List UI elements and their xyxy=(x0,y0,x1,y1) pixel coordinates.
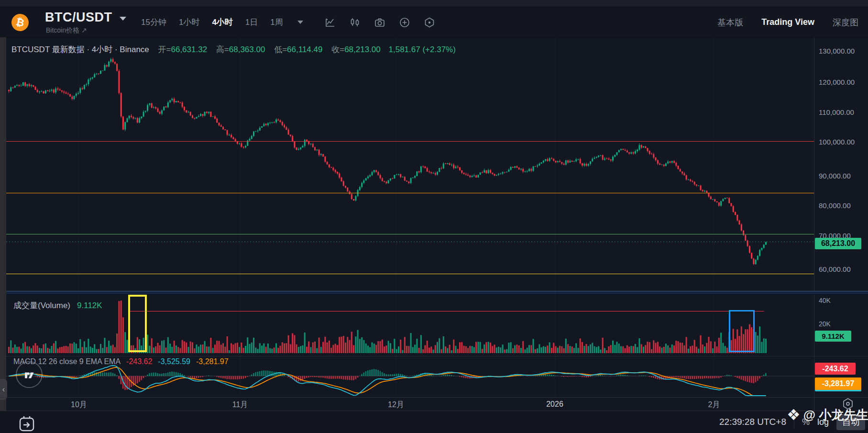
chart-toolbar xyxy=(324,7,435,37)
clock-time[interactable]: 22:39:28 UTC+8 xyxy=(719,417,786,427)
header-bar: ₿ BTC/USDT Bitcoin价格 ↗ 15分钟1小时4小时1日1周 基本… xyxy=(0,7,868,38)
macd-value: -243.62 xyxy=(126,357,152,366)
view-link-Trading View[interactable]: Trading View xyxy=(761,17,814,27)
go-to-date-icon[interactable] xyxy=(18,415,35,432)
horizontal-price-line[interactable] xyxy=(6,141,814,142)
time-axis-label: 2月 xyxy=(708,400,720,410)
price-axis-label: 80,000.00 xyxy=(819,201,851,210)
timeframe-1小时[interactable]: 1小时 xyxy=(179,17,199,28)
bottom-bar-divider xyxy=(794,416,794,428)
timeframe-15分钟[interactable]: 15分钟 xyxy=(141,17,166,28)
axis-settings-hexagon-icon[interactable] xyxy=(839,398,857,410)
macd-value: -3,281.97 xyxy=(196,357,229,366)
close-value: 68,213.00 xyxy=(344,45,381,54)
low-value: 66,114.49 xyxy=(287,45,322,54)
time-axis-label: 11月 xyxy=(232,400,248,410)
macd-label-text: MACD 12 26 close 9 EMA EMA xyxy=(13,357,121,366)
symbol-dropdown-caret-icon[interactable] xyxy=(120,17,126,21)
hexagon-target-icon[interactable] xyxy=(424,17,435,28)
change-value: 1,581.67 (+2.37%) xyxy=(389,45,456,54)
volume-resistance-line[interactable] xyxy=(130,311,764,311)
volume-pane[interactable] xyxy=(6,294,814,356)
price-axis-label: 130,000.00 xyxy=(819,47,855,55)
view-mode-links: 基本版Trading View深度图 xyxy=(717,7,858,37)
macd-histogram-badge: -243.62 xyxy=(815,363,856,375)
view-link-深度图[interactable]: 深度图 xyxy=(833,17,858,28)
bottom-bar-right: 22:39:28 UTC+8 % log 自动 xyxy=(719,411,865,433)
tradingview-chart-app: ₿ BTC/USDT Bitcoin价格 ↗ 15分钟1小时4小时1日1周 基本… xyxy=(0,0,868,433)
volume-last-value: 9.112K xyxy=(77,301,102,310)
timeframe-switcher: 15分钟1小时4小时1日1周 xyxy=(141,7,303,37)
price-axis-label: 90,000.00 xyxy=(819,172,851,180)
timeframe-1日[interactable]: 1日 xyxy=(245,17,258,28)
legend-title: BTCUSDT 最新数据 · 4小时 · Binance xyxy=(11,45,149,54)
close-label: 收= xyxy=(331,45,344,54)
symbol-subtitle[interactable]: Bitcoin价格 ↗ xyxy=(46,26,87,35)
price-axis-label: 100,000.00 xyxy=(819,138,855,146)
macd-indicator-label[interactable]: MACD 12 26 close 9 EMA EMA-243.62-3,525.… xyxy=(13,357,229,366)
time-axis-separator xyxy=(0,397,868,398)
low-label: 低= xyxy=(274,45,287,54)
external-link-icon: ↗ xyxy=(81,26,87,34)
auto-scale-button[interactable]: 自动 xyxy=(836,414,865,430)
horizontal-price-line[interactable] xyxy=(6,234,814,234)
price-axis-border xyxy=(814,37,814,411)
camera-icon[interactable] xyxy=(374,17,385,28)
percent-scale-button[interactable]: % xyxy=(802,417,810,427)
time-axis-label: 12月 xyxy=(388,400,404,410)
volume-axis-label: 20K xyxy=(819,320,831,328)
timeframe-1周[interactable]: 1周 xyxy=(270,17,283,28)
left-rail xyxy=(0,37,6,433)
time-axis-label: 2026 xyxy=(546,400,563,409)
horizontal-price-line[interactable] xyxy=(6,274,814,274)
blue-highlight-box[interactable] xyxy=(729,310,755,352)
volume-axis-label: 40K xyxy=(819,297,831,304)
btc-logo-icon: ₿ xyxy=(10,12,31,33)
chart-legend[interactable]: BTCUSDT 最新数据 · 4小时 · Binance 开=66,631.32… xyxy=(11,44,456,55)
volume-label-text: 成交量(Volume) xyxy=(13,301,70,310)
timeframe-4小时[interactable]: 4小时 xyxy=(212,17,232,28)
high-value: 68,363.00 xyxy=(229,45,265,54)
price-axis-label: 60,000.00 xyxy=(819,265,851,273)
high-label: 高= xyxy=(216,45,229,54)
price-candlestick-pane[interactable] xyxy=(6,37,814,291)
price-axis-label: 120,000.00 xyxy=(819,78,855,86)
horizontal-price-line[interactable] xyxy=(6,193,814,193)
timeframe-dropdown-caret-icon[interactable] xyxy=(297,21,303,24)
current-price-badge: 68,213.00 xyxy=(815,238,861,249)
candlestick-icon[interactable] xyxy=(349,17,361,28)
volume-badge: 9.112K xyxy=(815,331,851,342)
open-value: 66,631.32 xyxy=(171,45,207,54)
symbol-title[interactable]: BTC/USDT xyxy=(45,10,112,25)
volume-indicator-label[interactable]: 成交量(Volume)9.112K xyxy=(13,300,102,311)
top-strip xyxy=(0,0,868,7)
log-scale-button[interactable]: log xyxy=(817,417,829,427)
indicator-chart-icon[interactable] xyxy=(324,17,336,28)
open-label: 开= xyxy=(158,45,171,54)
time-axis-label: 10月 xyxy=(71,400,87,410)
chevron-left-icon: ‹ xyxy=(2,385,5,394)
macd-signal-badge: -3,281.97 xyxy=(815,377,861,390)
macd-value: -3,525.59 xyxy=(158,357,190,366)
price-axis-label: 110,000.00 xyxy=(819,108,854,116)
view-link-基本版[interactable]: 基本版 xyxy=(717,17,743,28)
yellow-highlight-box[interactable] xyxy=(128,295,147,352)
plus-circle-icon[interactable] xyxy=(399,17,410,28)
